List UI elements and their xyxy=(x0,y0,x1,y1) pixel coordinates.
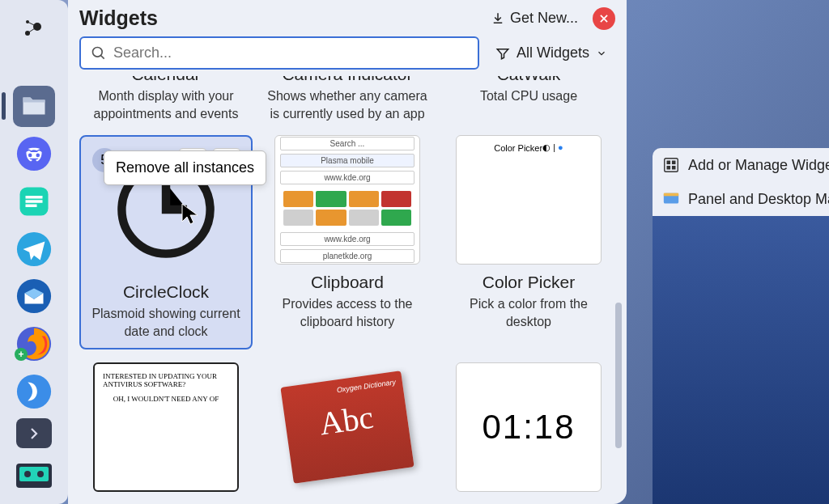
taskbar-telegram[interactable] xyxy=(13,228,55,269)
comic-preview: INTERESTED IN UPDATING YOUR ANTIVIRUS SO… xyxy=(93,362,239,492)
filter-button[interactable]: All Widgets xyxy=(487,36,615,70)
svg-point-14 xyxy=(37,471,44,477)
taskbar-kate[interactable] xyxy=(13,371,55,412)
svg-rect-23 xyxy=(664,193,678,197)
taskbar: + xyxy=(0,0,68,504)
svg-point-5 xyxy=(36,154,40,158)
digital-clock-preview: 01:18 xyxy=(456,362,602,492)
app-launcher[interactable] xyxy=(13,8,55,49)
wallpaper-preview xyxy=(653,216,829,504)
taskbar-cassette[interactable] xyxy=(13,455,55,496)
tooltip-remove-instances: Remove all instances xyxy=(104,150,266,185)
scrollbar[interactable] xyxy=(615,303,622,448)
clipboard-preview: Search ... Plasma mobile www.kde.org www… xyxy=(274,135,420,265)
taskbar-firefox[interactable]: + xyxy=(13,324,55,365)
desktop-context-menu: Add or Manage Widgets Panel and Desktop … xyxy=(653,148,829,504)
panel-title: Widgets xyxy=(79,6,158,30)
widgets-panel: Widgets Get New... All Widgets Calendar xyxy=(68,0,627,504)
download-icon xyxy=(491,11,505,26)
widget-clipboard[interactable]: Search ... Plasma mobile www.kde.org www… xyxy=(261,135,434,349)
widget-dictionary[interactable]: Oxygen Dictionary Abc xyxy=(261,362,434,500)
svg-point-13 xyxy=(24,471,31,477)
taskbar-discord[interactable] xyxy=(13,133,55,175)
chevron-down-icon xyxy=(596,48,607,59)
search-box[interactable] xyxy=(79,36,479,70)
svg-rect-12 xyxy=(19,467,49,481)
svg-rect-17 xyxy=(665,159,678,172)
svg-rect-19 xyxy=(672,161,676,165)
filter-icon xyxy=(495,46,510,61)
widget-color-picker[interactable]: Color Picker◐ | ● Color Picker Pick a co… xyxy=(442,135,615,349)
close-icon xyxy=(598,13,610,24)
close-button[interactable] xyxy=(593,7,615,30)
svg-rect-21 xyxy=(672,166,676,170)
widget-catwalk[interactable]: CatWalk Total CPU usage xyxy=(442,76,615,122)
color-picker-preview: Color Picker◐ | ● xyxy=(456,135,602,265)
context-add-widgets[interactable]: Add or Manage Widgets xyxy=(653,148,829,182)
taskbar-expand[interactable] xyxy=(16,418,52,448)
svg-point-4 xyxy=(28,154,32,158)
widget-calendar[interactable]: Calendar Month display with your appoint… xyxy=(79,76,253,122)
context-panel-desktop[interactable]: Panel and Desktop Management xyxy=(653,182,829,216)
widgets-icon xyxy=(662,156,680,174)
widget-camera-indicator[interactable]: Camera Indicator Shows whether any camer… xyxy=(261,76,434,122)
widget-comic[interactable]: INTERESTED IN UPDATING YOUR ANTIVIRUS SO… xyxy=(79,362,253,500)
taskbar-files[interactable] xyxy=(13,86,55,127)
svg-rect-20 xyxy=(667,166,671,170)
widget-digital-clock[interactable]: 01:18 xyxy=(442,362,615,500)
desktop-icon xyxy=(662,190,680,208)
svg-point-0 xyxy=(26,20,29,23)
search-icon xyxy=(91,45,107,61)
taskbar-thunderbird[interactable] xyxy=(13,276,55,317)
svg-point-2 xyxy=(25,31,30,36)
dictionary-preview: Oxygen Dictionary Abc xyxy=(274,362,420,492)
svg-point-15 xyxy=(93,47,103,57)
taskbar-chat[interactable] xyxy=(13,180,55,222)
search-input[interactable] xyxy=(113,44,468,61)
get-new-button[interactable]: Get New... xyxy=(484,6,585,30)
svg-rect-18 xyxy=(667,161,671,165)
